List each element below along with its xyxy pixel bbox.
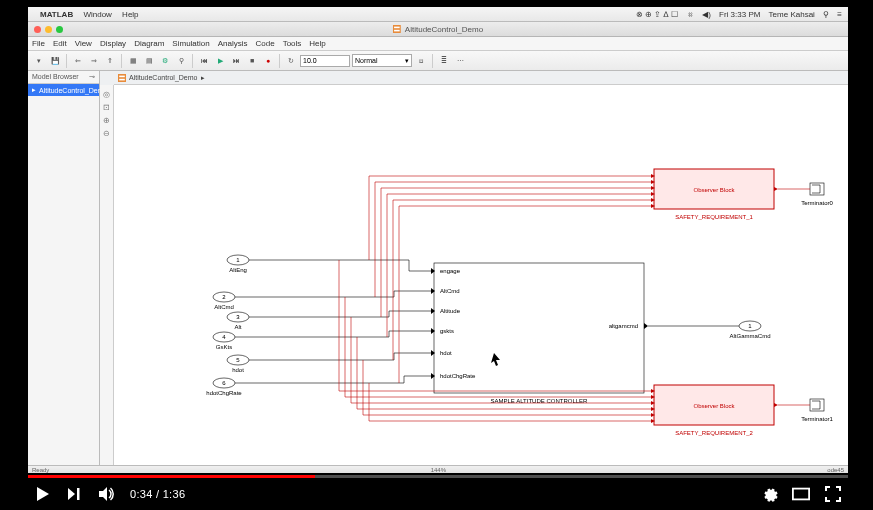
inport-altcmd[interactable]: 2 AltCmd (213, 292, 235, 310)
tb-step-back-button[interactable]: ⏮ (197, 54, 211, 68)
canvas-tool-strip: ◎ ⊡ ⊕ ⊖ (100, 85, 114, 465)
tb-record-button[interactable]: ● (261, 54, 275, 68)
svg-rect-1 (394, 27, 400, 29)
wifi-icon[interactable]: ⨳ (686, 10, 694, 19)
tb-new-model-button[interactable]: ▾ (32, 54, 46, 68)
model-browser-panel: Model Browser⊸ ▸ AltitudeControl_Demo (28, 71, 100, 465)
tb-up-button[interactable]: ⇑ (103, 54, 117, 68)
tb-debug-button[interactable]: ⋯ (453, 54, 467, 68)
svg-marker-67 (37, 487, 49, 501)
tb-scope-button[interactable]: ≣ (437, 54, 451, 68)
svg-marker-61 (774, 403, 778, 407)
inport-gskts[interactable]: 4 GsKts (213, 332, 235, 350)
inport-alt[interactable]: 3 Alt (227, 312, 249, 330)
tb-back-button[interactable]: ⇐ (71, 54, 85, 68)
outport-altgammacmd[interactable]: 1 AltGammaCmd (729, 321, 770, 339)
mute-button[interactable] (98, 485, 116, 503)
tb-run-button[interactable]: ▶ (213, 54, 227, 68)
svg-text:gskts: gskts (440, 328, 454, 334)
window-close-button[interactable] (34, 26, 41, 33)
controller-block[interactable]: SAMPLE ALTITUDE CONTROLLER engage AltCmd… (431, 263, 648, 404)
tree-collapse-icon: ▸ (32, 86, 36, 94)
window-zoom-button[interactable] (56, 26, 63, 33)
ct-fit-button[interactable]: ⊡ (102, 102, 112, 112)
mac-app-name[interactable]: MATLAB (40, 10, 73, 19)
svg-marker-49 (774, 187, 778, 191)
model-browser-item[interactable]: ▸ AltitudeControl_Demo (28, 84, 99, 96)
simulink-doc-icon (118, 74, 126, 82)
volume-icon[interactable]: ◀︎) (702, 10, 711, 19)
svg-text:AltCmd: AltCmd (214, 304, 234, 310)
breadcrumb-arrow-icon: ▸ (201, 74, 205, 82)
canvas[interactable]: 1 AltEng 2 AltCmd 3 Alt 4 GsKts 5 hdot 6… (114, 85, 848, 465)
menu-code[interactable]: Code (256, 39, 275, 48)
ct-zoom-in-button[interactable]: ⊕ (102, 115, 112, 125)
mac-menu-help[interactable]: Help (122, 10, 138, 19)
spotlight-icon[interactable]: ⚲ (823, 10, 829, 19)
ct-zoom-out-button[interactable]: ⊖ (102, 128, 112, 138)
clock[interactable]: Fri 3:33 PM (719, 10, 760, 19)
breadcrumb-root[interactable]: AltitudeControl_Demo (118, 74, 197, 82)
svg-text:hdotChgRate: hdotChgRate (440, 373, 476, 379)
svg-rect-71 (793, 489, 809, 500)
inport-alteng[interactable]: 1 AltEng (227, 255, 249, 273)
svg-text:hdotChgRate: hdotChgRate (206, 390, 242, 396)
fullscreen-button[interactable] (824, 485, 842, 503)
observer-block-1[interactable]: Observer Block SAFETY_REQUIREMENT_1 (651, 169, 778, 220)
status-mode: ode45 (827, 467, 844, 473)
svg-text:hdot: hdot (232, 367, 244, 373)
tb-search-button[interactable]: ⚲ (174, 54, 188, 68)
mac-user[interactable]: Teme Kahsai (769, 10, 815, 19)
menu-view[interactable]: View (75, 39, 92, 48)
menu-simulation[interactable]: Simulation (172, 39, 209, 48)
tb-forward-button[interactable]: ⇒ (87, 54, 101, 68)
svg-rect-4 (119, 75, 125, 77)
tb-step-forward-button[interactable]: ⏭ (229, 54, 243, 68)
mac-menu-window[interactable]: Window (83, 10, 111, 19)
tb-build-button[interactable]: ⧈ (414, 54, 428, 68)
menu-tools[interactable]: Tools (283, 39, 302, 48)
svg-rect-0 (393, 25, 401, 33)
next-button[interactable] (66, 485, 84, 503)
tb-config-button[interactable]: ⚙ (158, 54, 172, 68)
stop-time-input[interactable] (300, 55, 350, 67)
svg-marker-68 (68, 488, 75, 500)
ct-hide-button[interactable]: ◎ (102, 89, 112, 99)
status-zoom: 144% (431, 467, 446, 473)
svg-rect-5 (119, 78, 125, 80)
menu-edit[interactable]: Edit (53, 39, 67, 48)
tb-library-button[interactable]: ▦ (126, 54, 140, 68)
video-controls: 0:34 / 1:36 (28, 478, 848, 510)
tb-stop-button[interactable]: ■ (245, 54, 259, 68)
theater-mode-button[interactable] (792, 485, 810, 503)
window-minimize-button[interactable] (45, 26, 52, 33)
tb-fastrestart-button[interactable]: ↻ (284, 54, 298, 68)
inport-hdot[interactable]: 5 hdot (227, 355, 249, 373)
svg-rect-69 (77, 488, 80, 500)
svg-rect-2 (394, 30, 400, 32)
mac-menubar: MATLAB Window Help ⊗ ⊕ ⇪ ∆ ☐ ⨳ ◀︎) Fri 3… (28, 7, 848, 22)
menu-file[interactable]: File (32, 39, 45, 48)
menu-analysis[interactable]: Analysis (218, 39, 248, 48)
tb-save-button[interactable]: 💾 (48, 54, 62, 68)
svg-text:SAFETY_REQUIREMENT_2: SAFETY_REQUIREMENT_2 (675, 430, 753, 436)
inport-hdotchgrate[interactable]: 6 hdotChgRate (206, 378, 242, 396)
terminator-0[interactable]: Terminator0 (801, 183, 833, 206)
menubar-status-icons[interactable]: ⊗ ⊕ ⇪ ∆ ☐ (636, 10, 678, 19)
settings-icon[interactable] (760, 485, 778, 503)
svg-text:Terminator1: Terminator1 (801, 416, 833, 422)
tb-explorer-button[interactable]: ▤ (142, 54, 156, 68)
notifications-icon[interactable]: ≡ (837, 10, 842, 19)
menu-display[interactable]: Display (100, 39, 126, 48)
model-browser-header: Model Browser⊸ (28, 71, 99, 84)
status-ready: Ready (32, 467, 49, 473)
menu-help[interactable]: Help (309, 39, 325, 48)
menu-diagram[interactable]: Diagram (134, 39, 164, 48)
play-button[interactable] (34, 485, 52, 503)
svg-text:AltCmd: AltCmd (440, 288, 460, 294)
observer-block-2[interactable]: Observer Block SAFETY_REQUIREMENT_2 (651, 385, 778, 436)
svg-text:AltGammaCmd: AltGammaCmd (729, 333, 770, 339)
simulation-mode-select[interactable]: Normal▾ (352, 54, 412, 67)
terminator-1[interactable]: Terminator1 (801, 399, 833, 422)
svg-text:AltEng: AltEng (229, 267, 247, 273)
